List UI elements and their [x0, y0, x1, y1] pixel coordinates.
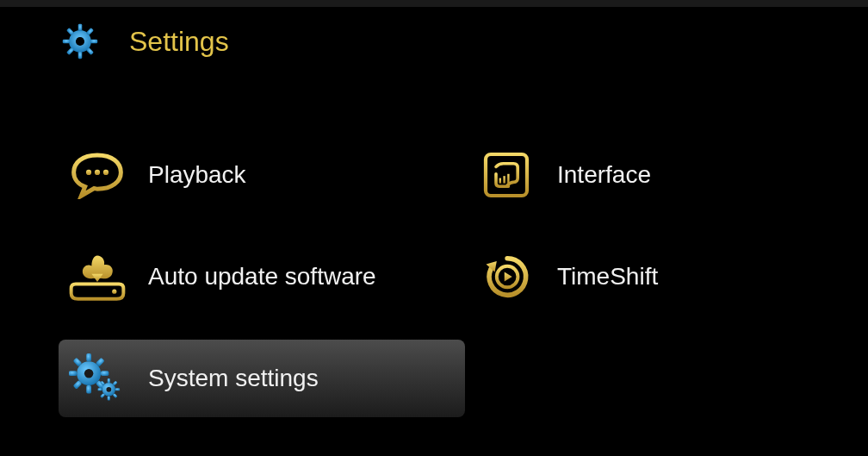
gear-icon	[50, 16, 110, 67]
menu-item-timeshift[interactable]: TimeShift	[468, 238, 868, 315]
gears-icon	[67, 353, 127, 404]
svg-rect-2	[78, 52, 83, 59]
menu-item-label: TimeShift	[557, 263, 658, 290]
top-bar	[0, 0, 868, 7]
svg-point-9	[76, 37, 84, 46]
svg-rect-1	[78, 24, 83, 31]
svg-point-11	[95, 170, 100, 175]
interface-icon	[476, 149, 536, 201]
svg-point-17	[112, 290, 116, 294]
svg-rect-20	[86, 353, 91, 361]
menu-item-label: System settings	[148, 365, 319, 392]
svg-rect-14	[499, 178, 501, 184]
svg-rect-31	[108, 396, 110, 400]
svg-rect-3	[63, 40, 70, 44]
page-header: Settings	[0, 7, 868, 67]
menu-item-auto-update[interactable]: Auto update software	[59, 238, 468, 315]
svg-rect-22	[69, 371, 77, 376]
svg-rect-23	[101, 371, 108, 376]
svg-rect-4	[90, 40, 97, 44]
page-title: Settings	[129, 26, 229, 58]
svg-point-12	[103, 170, 108, 175]
svg-rect-15	[503, 176, 505, 183]
svg-point-38	[106, 387, 111, 392]
menu-item-label: Interface	[557, 161, 651, 189]
menu-item-label: Auto update software	[148, 263, 376, 290]
svg-point-28	[84, 369, 93, 378]
svg-rect-13	[486, 154, 527, 196]
timeshift-icon	[476, 251, 536, 303]
menu-item-playback[interactable]: Playback	[59, 136, 468, 214]
svg-rect-21	[86, 385, 91, 393]
menu-item-interface[interactable]: Interface	[468, 136, 868, 214]
svg-point-10	[86, 170, 91, 175]
svg-rect-16	[507, 174, 509, 184]
speech-icon	[67, 149, 127, 201]
download-icon	[67, 251, 127, 303]
menu-item-label: Playback	[148, 161, 246, 189]
svg-rect-32	[98, 388, 102, 390]
svg-rect-33	[115, 388, 120, 390]
settings-menu: Playback Interface	[0, 136, 868, 417]
svg-rect-30	[108, 378, 110, 383]
menu-item-system-settings[interactable]: System settings	[59, 340, 465, 417]
